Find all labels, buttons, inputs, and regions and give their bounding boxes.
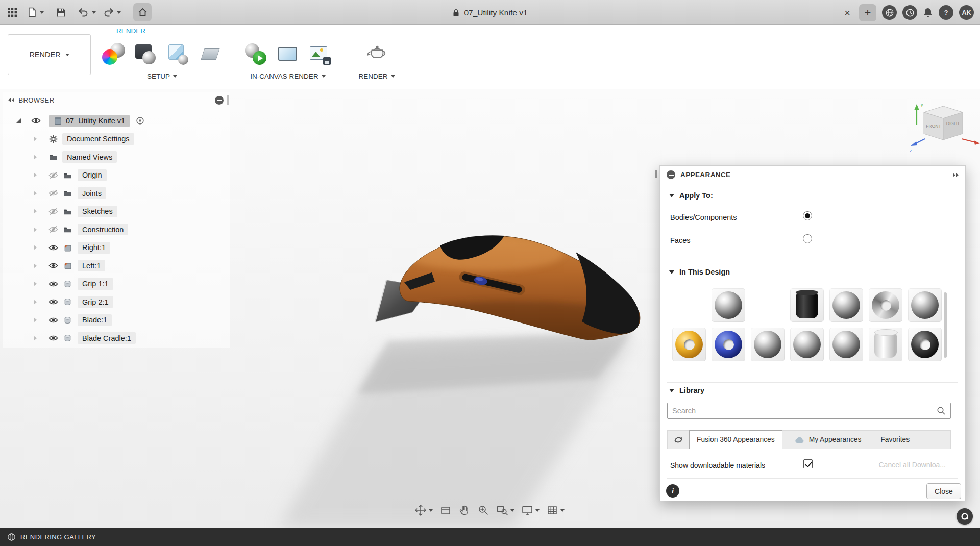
visibility-eye-icon[interactable] [31, 117, 41, 125]
texture-map-controls-icon[interactable] [166, 42, 190, 66]
nav-caret-icon[interactable] [510, 509, 514, 512]
user-avatar[interactable]: AK [959, 5, 974, 20]
show-downloadable-checkbox[interactable] [803, 459, 813, 468]
appearance-dialog-header[interactable]: APPEARANCE [660, 166, 965, 184]
disclosure-triangle-icon[interactable] [34, 336, 37, 341]
save-icon[interactable] [56, 8, 66, 17]
root-component-label[interactable]: 07_Utility Knife v1 [66, 117, 125, 125]
nav-caret-icon[interactable] [429, 509, 433, 512]
swatch-chrome-sphere[interactable] [712, 288, 745, 322]
search-icon[interactable] [937, 406, 946, 415]
recent-activity-button[interactable] [902, 5, 917, 20]
info-icon[interactable]: i [666, 484, 679, 498]
help-button[interactable]: ? [939, 5, 953, 20]
visibility-off-eye-icon[interactable] [48, 226, 58, 233]
tree-item-label[interactable]: Document Settings [62, 133, 134, 145]
decal-icon[interactable] [199, 42, 222, 66]
tree-row-root[interactable]: 07_Utility Knife v1 [3, 112, 230, 130]
tree-item-label[interactable]: Construction [78, 224, 128, 235]
swatch-white-cylinder[interactable] [869, 328, 902, 361]
disclosure-triangle-icon[interactable] [34, 172, 37, 178]
visibility-eye-icon[interactable] [48, 334, 58, 342]
appearance-tool-icon[interactable] [102, 42, 126, 66]
library-section-header[interactable]: Library [669, 386, 704, 394]
view-cube[interactable]: y FRONT RIGHT x z [909, 98, 980, 162]
tree-item-label[interactable]: Origin [78, 169, 107, 181]
visibility-off-eye-icon[interactable] [48, 171, 58, 179]
file-menu-icon[interactable] [28, 7, 37, 17]
search-input[interactable] [672, 407, 937, 415]
active-workspace-tab[interactable]: RENDER [116, 27, 145, 35]
panel-menu-icon[interactable] [667, 170, 675, 179]
assistant-badge[interactable] [957, 508, 973, 525]
swatch-chrome-sphere[interactable] [751, 328, 785, 361]
tree-item-label[interactable]: Sketches [78, 206, 117, 217]
swatch-black-ring[interactable] [908, 328, 942, 361]
display-settings-button[interactable] [521, 504, 540, 516]
scene-settings-icon[interactable] [134, 42, 158, 66]
visibility-off-eye-icon[interactable] [48, 189, 58, 197]
tab-fusion-360-appearances[interactable]: Fusion 360 Appearances [689, 430, 782, 449]
tree-row[interactable]: Joints [3, 184, 230, 203]
tree-row[interactable]: Named Views [3, 148, 230, 166]
tree-item-label[interactable]: Joints [78, 187, 106, 199]
redo-caret-icon[interactable] [117, 11, 121, 14]
disclosure-triangle-icon[interactable] [34, 263, 37, 268]
swatch-chrome-sphere[interactable] [829, 328, 863, 361]
disclosure-triangle-icon[interactable] [34, 155, 37, 160]
apply-to-section-header[interactable]: Apply To: [669, 191, 713, 200]
tree-row[interactable]: Right:1 [3, 239, 230, 257]
in-canvas-render-group-dropdown[interactable]: IN-CANVAS RENDER [250, 72, 325, 80]
swatch-steel-swirl[interactable] [869, 288, 902, 322]
render-group-dropdown[interactable]: RENDER [358, 72, 395, 80]
swatch-scrollbar[interactable] [944, 292, 947, 358]
visibility-off-eye-icon[interactable] [48, 208, 58, 215]
collapse-browser-icon[interactable] [8, 98, 14, 102]
disclosure-triangle-icon[interactable] [16, 118, 21, 123]
nav-caret-icon[interactable] [535, 509, 540, 512]
app-grid-icon[interactable] [7, 7, 17, 17]
swatch-chrome-sphere[interactable] [908, 288, 942, 322]
tree-row[interactable]: Origin [3, 166, 230, 185]
disclosure-triangle-icon[interactable] [34, 209, 37, 214]
tree-item-label[interactable]: Grip 1:1 [78, 278, 113, 290]
disclosure-triangle-icon[interactable] [34, 300, 37, 305]
tree-item-label[interactable]: Named Views [62, 151, 117, 163]
root-component-chip[interactable]: 07_Utility Knife v1 [49, 115, 130, 127]
disclosure-triangle-icon[interactable] [34, 191, 37, 196]
in-canvas-render-icon[interactable] [244, 42, 267, 66]
swatch-blue-ring[interactable] [712, 328, 745, 361]
visibility-eye-icon[interactable] [48, 262, 58, 269]
visibility-eye-icon[interactable] [48, 298, 58, 306]
redo-icon[interactable] [103, 8, 114, 17]
tree-item-label[interactable]: Blade:1 [78, 314, 112, 326]
pan-orbit-button[interactable] [414, 504, 433, 516]
tree-row[interactable]: Document Settings [3, 130, 230, 148]
swatch-black-cylinder[interactable] [790, 288, 824, 322]
tree-row[interactable]: Left:1 [3, 257, 230, 275]
nav-caret-icon[interactable] [560, 509, 565, 512]
grid-settings-button[interactable] [546, 504, 565, 516]
activate-component-radio-icon[interactable] [136, 116, 144, 125]
tree-row[interactable]: Grip 2:1 [3, 293, 230, 311]
look-at-button[interactable] [439, 504, 452, 516]
tree-row[interactable]: Blade:1 [3, 311, 230, 330]
disclosure-triangle-icon[interactable] [34, 227, 37, 232]
disclosure-triangle-icon[interactable] [34, 317, 37, 322]
bodies-components-radio[interactable] [803, 211, 812, 220]
expand-panel-icon[interactable] [953, 173, 959, 177]
tree-row[interactable]: Construction [3, 220, 230, 239]
disclosure-triangle-icon[interactable] [34, 136, 37, 141]
swatch-gold-ring[interactable] [672, 328, 706, 361]
zoom-button[interactable] [477, 504, 489, 516]
tab-my-appearances[interactable]: My Appearances [788, 431, 869, 449]
undo-icon[interactable] [78, 8, 89, 17]
swatch-chrome-sphere[interactable] [829, 288, 863, 322]
swatch-chrome-sphere[interactable] [790, 328, 824, 361]
close-tab-icon[interactable]: × [844, 8, 850, 18]
new-tab-button[interactable]: + [859, 4, 876, 21]
rendering-gallery-link[interactable]: RENDERING GALLERY [20, 533, 96, 541]
render-teapot-icon[interactable] [365, 42, 388, 66]
tree-row[interactable]: Blade Cradle:1 [3, 329, 230, 348]
tree-item-label[interactable]: Left:1 [78, 260, 105, 271]
